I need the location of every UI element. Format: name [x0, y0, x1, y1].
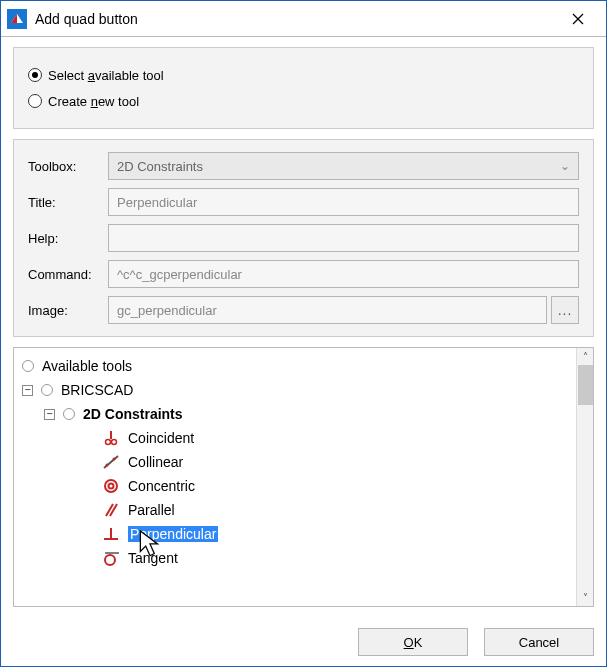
tree-item-label: Concentric — [128, 478, 195, 494]
bricscad-logo-icon — [7, 9, 27, 29]
svg-point-4 — [106, 440, 111, 445]
tree-item-label: Coincident — [128, 430, 194, 446]
concentric-icon — [102, 477, 120, 495]
browse-label: ... — [558, 302, 573, 318]
dialog-content: Select available tool Create new tool To… — [1, 37, 606, 619]
radio-select-available[interactable]: Select available tool — [28, 62, 579, 88]
tree-item-concentric[interactable]: Concentric — [22, 474, 572, 498]
radio-create-new[interactable]: Create new tool — [28, 88, 579, 114]
title-field[interactable]: Perpendicular — [108, 188, 579, 216]
coincident-icon — [102, 429, 120, 447]
window-title: Add quad button — [35, 11, 558, 27]
svg-point-9 — [105, 480, 117, 492]
svg-point-5 — [112, 440, 117, 445]
chevron-down-icon: ⌄ — [560, 159, 570, 173]
cancel-button[interactable]: Cancel — [484, 628, 594, 656]
perpendicular-icon — [102, 525, 120, 543]
tree-body[interactable]: Available tools − BRICSCAD − 2D Constrai… — [14, 348, 576, 606]
dialog-footer: OK Cancel — [13, 628, 594, 656]
tangent-icon — [102, 549, 120, 567]
toolbox-value: 2D Constraints — [117, 159, 203, 174]
tree-category-label: 2D Constraints — [83, 406, 183, 422]
help-label: Help: — [28, 231, 108, 246]
close-icon — [572, 13, 584, 25]
command-value: ^c^c_gcperpendicular — [117, 267, 242, 282]
node-bullet-icon — [63, 408, 75, 420]
help-field[interactable] — [108, 224, 579, 252]
tree-node-bricscad[interactable]: − BRICSCAD — [22, 378, 572, 402]
title-value: Perpendicular — [117, 195, 197, 210]
radio-label: Select available tool — [48, 68, 164, 83]
tree-item-label: Collinear — [128, 454, 183, 470]
command-label: Command: — [28, 267, 108, 282]
tree-node-category[interactable]: − 2D Constraints — [22, 402, 572, 426]
tree-item-collinear[interactable]: Collinear — [22, 450, 572, 474]
collapse-toggle-icon[interactable]: − — [44, 409, 55, 420]
tree-item-perpendicular[interactable]: Perpendicular — [22, 522, 572, 546]
radio-icon — [28, 94, 42, 108]
cancel-label: Cancel — [519, 635, 559, 650]
svg-point-10 — [109, 484, 114, 489]
node-bullet-icon — [22, 360, 34, 372]
collapse-toggle-icon[interactable]: − — [22, 385, 33, 396]
radio-label: Create new tool — [48, 94, 139, 109]
scroll-thumb[interactable] — [578, 365, 593, 405]
parallel-icon — [102, 501, 120, 519]
available-tools-tree: Available tools − BRICSCAD − 2D Constrai… — [13, 347, 594, 607]
tree-item-parallel[interactable]: Parallel — [22, 498, 572, 522]
node-bullet-icon — [41, 384, 53, 396]
tool-form: Toolbox: 2D Constraints ⌄ Title: Perpend… — [13, 139, 594, 337]
image-label: Image: — [28, 303, 108, 318]
tree-scrollbar[interactable]: ˄ ˅ — [576, 348, 593, 606]
close-button[interactable] — [558, 4, 598, 34]
image-browse-button[interactable]: ... — [551, 296, 579, 324]
scroll-down-icon[interactable]: ˅ — [583, 589, 588, 606]
tree-root[interactable]: Available tools — [22, 354, 572, 378]
tree-item-label: Tangent — [128, 550, 178, 566]
tree-item-label: Perpendicular — [128, 526, 218, 542]
toolbox-label: Toolbox: — [28, 159, 108, 174]
toolbox-dropdown[interactable]: 2D Constraints ⌄ — [108, 152, 579, 180]
command-field[interactable]: ^c^c_gcperpendicular — [108, 260, 579, 288]
titlebar: Add quad button — [1, 1, 606, 37]
tree-item-coincident[interactable]: Coincident — [22, 426, 572, 450]
title-label: Title: — [28, 195, 108, 210]
svg-point-8 — [113, 458, 116, 461]
image-value: gc_perpendicular — [117, 303, 217, 318]
ok-label: OK — [404, 635, 423, 650]
svg-line-6 — [104, 456, 118, 468]
tree-bricscad-label: BRICSCAD — [61, 382, 133, 398]
tree-item-tangent[interactable]: Tangent — [22, 546, 572, 570]
svg-point-7 — [106, 464, 109, 467]
tree-item-label: Parallel — [128, 502, 175, 518]
tree-root-label: Available tools — [42, 358, 132, 374]
tool-mode-group: Select available tool Create new tool — [13, 47, 594, 129]
ok-button[interactable]: OK — [358, 628, 468, 656]
scroll-up-icon[interactable]: ˄ — [583, 348, 588, 365]
radio-icon — [28, 68, 42, 82]
svg-point-15 — [105, 555, 115, 565]
image-field[interactable]: gc_perpendicular — [108, 296, 547, 324]
collinear-icon — [102, 453, 120, 471]
